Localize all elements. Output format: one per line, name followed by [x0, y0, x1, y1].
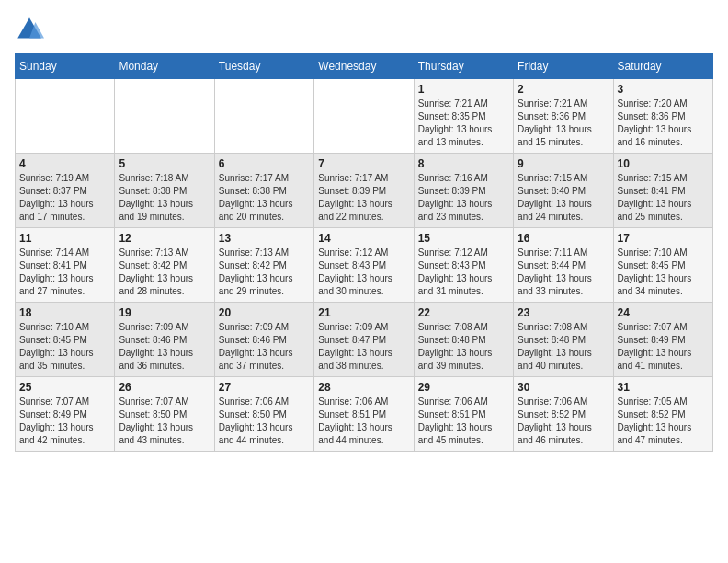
- day-content: Sunrise: 7:07 AM Sunset: 8:50 PM Dayligh…: [119, 396, 210, 447]
- day-content: Sunrise: 7:06 AM Sunset: 8:51 PM Dayligh…: [418, 396, 509, 447]
- day-number: 30: [518, 381, 609, 394]
- calendar-cell: 13Sunrise: 7:13 AM Sunset: 8:42 PM Dayli…: [214, 228, 313, 303]
- day-content: Sunrise: 7:13 AM Sunset: 8:42 PM Dayligh…: [119, 247, 210, 298]
- day-content: Sunrise: 7:09 AM Sunset: 8:46 PM Dayligh…: [219, 321, 310, 373]
- calendar-cell: 2Sunrise: 7:21 AM Sunset: 8:36 PM Daylig…: [514, 79, 613, 154]
- calendar-cell: 15Sunrise: 7:12 AM Sunset: 8:43 PM Dayli…: [414, 228, 513, 303]
- day-number: 13: [219, 232, 310, 245]
- day-number: 24: [618, 306, 709, 319]
- day-content: Sunrise: 7:10 AM Sunset: 8:45 PM Dayligh…: [618, 247, 709, 298]
- calendar-table: SundayMondayTuesdayWednesdayThursdayFrid…: [15, 53, 713, 452]
- day-header-friday: Friday: [514, 54, 613, 79]
- day-number: 12: [119, 232, 210, 245]
- calendar-cell: 21Sunrise: 7:09 AM Sunset: 8:47 PM Dayli…: [314, 303, 414, 377]
- day-header-wednesday: Wednesday: [314, 54, 414, 79]
- day-content: Sunrise: 7:21 AM Sunset: 8:35 PM Dayligh…: [418, 98, 509, 149]
- day-number: 4: [19, 157, 110, 170]
- week-row-2: 11Sunrise: 7:14 AM Sunset: 8:41 PM Dayli…: [16, 228, 713, 303]
- day-number: 1: [418, 83, 509, 96]
- day-content: Sunrise: 7:05 AM Sunset: 8:52 PM Dayligh…: [618, 396, 709, 447]
- day-number: 25: [19, 381, 110, 394]
- calendar-cell: 4Sunrise: 7:19 AM Sunset: 8:37 PM Daylig…: [16, 154, 115, 228]
- day-number: 22: [418, 306, 509, 319]
- day-number: 2: [518, 83, 609, 96]
- calendar-cell: [214, 79, 313, 154]
- calendar-cell: 30Sunrise: 7:06 AM Sunset: 8:52 PM Dayli…: [514, 377, 613, 452]
- day-header-thursday: Thursday: [414, 54, 513, 79]
- day-content: Sunrise: 7:12 AM Sunset: 8:43 PM Dayligh…: [318, 247, 409, 298]
- calendar-cell: 7Sunrise: 7:17 AM Sunset: 8:39 PM Daylig…: [314, 154, 414, 228]
- calendar-cell: 26Sunrise: 7:07 AM Sunset: 8:50 PM Dayli…: [115, 377, 214, 452]
- calendar-cell: 29Sunrise: 7:06 AM Sunset: 8:51 PM Dayli…: [414, 377, 513, 452]
- calendar-cell: 11Sunrise: 7:14 AM Sunset: 8:41 PM Dayli…: [16, 228, 115, 303]
- day-number: 26: [119, 381, 210, 394]
- day-content: Sunrise: 7:07 AM Sunset: 8:49 PM Dayligh…: [19, 396, 110, 447]
- day-content: Sunrise: 7:06 AM Sunset: 8:50 PM Dayligh…: [219, 396, 310, 447]
- day-content: Sunrise: 7:10 AM Sunset: 8:45 PM Dayligh…: [19, 321, 110, 373]
- calendar-cell: 10Sunrise: 7:15 AM Sunset: 8:41 PM Dayli…: [613, 154, 712, 228]
- calendar-cell: 23Sunrise: 7:08 AM Sunset: 8:48 PM Dayli…: [514, 303, 613, 377]
- day-content: Sunrise: 7:17 AM Sunset: 8:39 PM Dayligh…: [318, 172, 409, 224]
- calendar-cell: [314, 79, 414, 154]
- day-content: Sunrise: 7:16 AM Sunset: 8:39 PM Dayligh…: [418, 172, 509, 224]
- day-number: 8: [418, 157, 509, 170]
- calendar-cell: [16, 79, 115, 154]
- day-number: 31: [618, 381, 709, 394]
- day-header-tuesday: Tuesday: [214, 54, 313, 79]
- day-content: Sunrise: 7:07 AM Sunset: 8:49 PM Dayligh…: [618, 321, 709, 373]
- day-header-monday: Monday: [115, 54, 214, 79]
- day-number: 11: [19, 232, 110, 245]
- day-number: 27: [219, 381, 310, 394]
- calendar-cell: [115, 79, 214, 154]
- calendar-cell: 3Sunrise: 7:20 AM Sunset: 8:36 PM Daylig…: [613, 79, 712, 154]
- week-row-0: 1Sunrise: 7:21 AM Sunset: 8:35 PM Daylig…: [16, 79, 713, 154]
- calendar-cell: 31Sunrise: 7:05 AM Sunset: 8:52 PM Dayli…: [613, 377, 712, 452]
- day-number: 28: [318, 381, 409, 394]
- calendar-cell: 9Sunrise: 7:15 AM Sunset: 8:40 PM Daylig…: [514, 154, 613, 228]
- calendar-cell: 24Sunrise: 7:07 AM Sunset: 8:49 PM Dayli…: [613, 303, 712, 377]
- day-content: Sunrise: 7:06 AM Sunset: 8:51 PM Dayligh…: [318, 396, 409, 447]
- calendar-cell: 17Sunrise: 7:10 AM Sunset: 8:45 PM Dayli…: [613, 228, 712, 303]
- day-content: Sunrise: 7:13 AM Sunset: 8:42 PM Dayligh…: [219, 247, 310, 298]
- day-content: Sunrise: 7:15 AM Sunset: 8:41 PM Dayligh…: [618, 172, 709, 224]
- calendar-cell: 20Sunrise: 7:09 AM Sunset: 8:46 PM Dayli…: [214, 303, 313, 377]
- day-number: 15: [418, 232, 509, 245]
- calendar-cell: 27Sunrise: 7:06 AM Sunset: 8:50 PM Dayli…: [214, 377, 313, 452]
- day-number: 6: [219, 157, 310, 170]
- week-row-4: 25Sunrise: 7:07 AM Sunset: 8:49 PM Dayli…: [16, 377, 713, 452]
- day-number: 3: [618, 83, 709, 96]
- day-content: Sunrise: 7:21 AM Sunset: 8:36 PM Dayligh…: [518, 98, 609, 149]
- day-content: Sunrise: 7:17 AM Sunset: 8:38 PM Dayligh…: [219, 172, 310, 224]
- day-number: 17: [618, 232, 709, 245]
- day-content: Sunrise: 7:12 AM Sunset: 8:43 PM Dayligh…: [418, 247, 509, 298]
- day-number: 7: [318, 157, 409, 170]
- week-row-3: 18Sunrise: 7:10 AM Sunset: 8:45 PM Dayli…: [16, 303, 713, 377]
- day-number: 20: [219, 306, 310, 319]
- day-content: Sunrise: 7:06 AM Sunset: 8:52 PM Dayligh…: [518, 396, 609, 447]
- day-content: Sunrise: 7:09 AM Sunset: 8:46 PM Dayligh…: [119, 321, 210, 373]
- day-content: Sunrise: 7:08 AM Sunset: 8:48 PM Dayligh…: [418, 321, 509, 373]
- calendar-cell: 5Sunrise: 7:18 AM Sunset: 8:38 PM Daylig…: [115, 154, 214, 228]
- day-headers-row: SundayMondayTuesdayWednesdayThursdayFrid…: [16, 54, 713, 79]
- calendar-cell: 8Sunrise: 7:16 AM Sunset: 8:39 PM Daylig…: [414, 154, 513, 228]
- calendar-cell: 16Sunrise: 7:11 AM Sunset: 8:44 PM Dayli…: [514, 228, 613, 303]
- day-number: 10: [618, 157, 709, 170]
- day-content: Sunrise: 7:14 AM Sunset: 8:41 PM Dayligh…: [19, 247, 110, 298]
- calendar-cell: 1Sunrise: 7:21 AM Sunset: 8:35 PM Daylig…: [414, 79, 513, 154]
- page-header: [15, 15, 713, 44]
- calendar-cell: 28Sunrise: 7:06 AM Sunset: 8:51 PM Dayli…: [314, 377, 414, 452]
- calendar-cell: 25Sunrise: 7:07 AM Sunset: 8:49 PM Dayli…: [16, 377, 115, 452]
- calendar-cell: 19Sunrise: 7:09 AM Sunset: 8:46 PM Dayli…: [115, 303, 214, 377]
- day-number: 23: [518, 306, 609, 319]
- day-content: Sunrise: 7:19 AM Sunset: 8:37 PM Dayligh…: [19, 172, 110, 224]
- logo: [15, 15, 48, 44]
- calendar-cell: 22Sunrise: 7:08 AM Sunset: 8:48 PM Dayli…: [414, 303, 513, 377]
- logo-icon: [15, 15, 44, 44]
- day-number: 5: [119, 157, 210, 170]
- day-number: 14: [318, 232, 409, 245]
- day-content: Sunrise: 7:20 AM Sunset: 8:36 PM Dayligh…: [618, 98, 709, 149]
- calendar-cell: 18Sunrise: 7:10 AM Sunset: 8:45 PM Dayli…: [16, 303, 115, 377]
- day-number: 18: [19, 306, 110, 319]
- calendar-cell: 14Sunrise: 7:12 AM Sunset: 8:43 PM Dayli…: [314, 228, 414, 303]
- calendar-cell: 12Sunrise: 7:13 AM Sunset: 8:42 PM Dayli…: [115, 228, 214, 303]
